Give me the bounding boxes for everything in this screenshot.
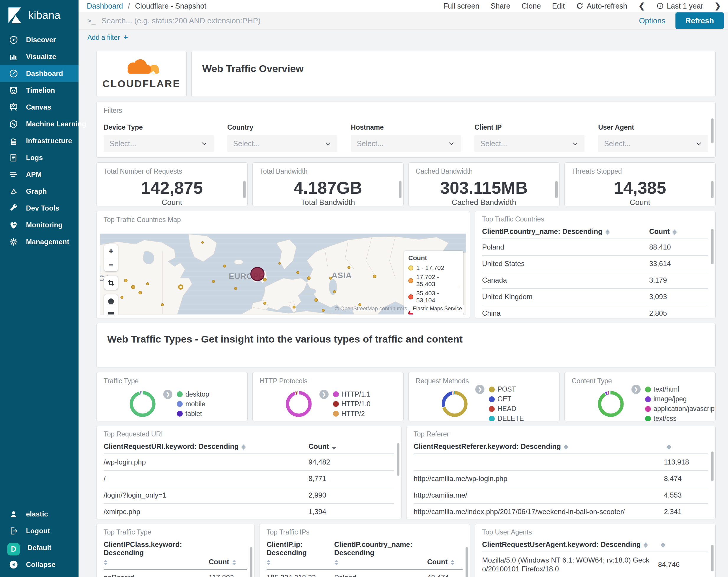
sort-icon[interactable] xyxy=(232,560,236,565)
sort-icon[interactable] xyxy=(667,445,671,450)
time-prev-button[interactable]: ❮ xyxy=(639,1,645,10)
column-header[interactable]: ClientRequestUserAgent.keyword: Descendi… xyxy=(482,541,654,549)
metric-scrollbar[interactable] xyxy=(711,181,713,198)
sort-icon[interactable] xyxy=(334,560,338,565)
referer-scrollbar[interactable] xyxy=(711,452,713,481)
uri-scrollbar[interactable] xyxy=(397,443,399,476)
legend-item-get[interactable]: GET xyxy=(489,394,524,404)
add-filter-link[interactable]: Add a filter + xyxy=(87,33,128,42)
time-next-button[interactable]: ❯ xyxy=(714,1,721,10)
legend-expand-chevron-icon[interactable]: ❯ xyxy=(319,390,329,399)
legend-expand-chevron-icon[interactable]: ❯ xyxy=(475,385,485,394)
sort-icon[interactable] xyxy=(564,445,568,450)
column-header[interactable]: Count xyxy=(649,227,708,236)
legend-item-image-jpeg[interactable]: image/jpeg xyxy=(645,394,716,404)
column-header[interactable] xyxy=(664,445,708,451)
legend-item-delete[interactable]: DELETE xyxy=(489,414,524,421)
map-zoom-in-button[interactable]: + xyxy=(104,244,118,258)
refresh-button[interactable]: Refresh xyxy=(675,12,724,29)
options-link[interactable]: Options xyxy=(639,16,666,25)
sidebar-item-graph[interactable]: Graph xyxy=(0,183,79,200)
legend-expand-chevron-icon[interactable]: ❯ xyxy=(631,385,641,394)
sidebar-item-management[interactable]: Management xyxy=(0,233,79,250)
breadcrumb-dashboard-link[interactable]: Dashboard xyxy=(87,2,123,10)
sidebar-item-discover[interactable]: Discover xyxy=(0,31,79,48)
http-protocols-donut-chart[interactable] xyxy=(283,388,314,419)
legend-item-post[interactable]: POST xyxy=(489,384,524,394)
legend-item-http-2[interactable]: HTTP/2 xyxy=(333,409,370,419)
sort-desc-icon[interactable] xyxy=(332,447,336,450)
traffic-ips-scrollbar[interactable] xyxy=(466,547,468,577)
legend-expand-chevron-icon[interactable]: ❯ xyxy=(163,390,173,399)
sort-icon[interactable] xyxy=(605,229,609,235)
legend-item-text-html[interactable]: text/html xyxy=(645,384,716,394)
filters-scrollbar[interactable] xyxy=(711,119,713,143)
sidebar-item-collapse[interactable]: Collapse xyxy=(0,556,79,573)
clone-menu-item[interactable]: Clone xyxy=(522,2,541,10)
column-header[interactable]: ClientIPClass.keyword: Descending xyxy=(104,541,205,566)
sort-icon[interactable] xyxy=(644,543,648,548)
hostname-select[interactable]: Select... xyxy=(351,135,461,152)
sidebar-item-dashboard[interactable]: Dashboard xyxy=(0,65,79,82)
sidebar-item-default[interactable]: DDefault xyxy=(0,539,79,556)
sort-icon[interactable] xyxy=(673,229,677,235)
sort-icon[interactable] xyxy=(661,543,665,548)
map-draw-rectangle-button[interactable] xyxy=(104,308,118,315)
legend-item-tablet[interactable]: tablet xyxy=(177,409,209,419)
column-header[interactable]: Count xyxy=(209,558,247,566)
column-header[interactable] xyxy=(658,543,708,549)
edit-menu-item[interactable]: Edit xyxy=(552,2,565,10)
column-header[interactable]: Count xyxy=(427,558,463,566)
legend-item-text-css[interactable]: text/css xyxy=(645,414,716,421)
column-header[interactable]: Count xyxy=(309,442,394,451)
legend-item-mobile[interactable]: mobile xyxy=(177,399,209,409)
device-type-select[interactable]: Select... xyxy=(104,135,214,152)
time-range-picker[interactable]: Last 1 year xyxy=(656,2,703,10)
request-methods-donut-chart[interactable] xyxy=(439,388,470,419)
map-bubble-poland[interactable] xyxy=(250,267,264,281)
map-fit-bounds-button[interactable] xyxy=(104,276,118,290)
traffic-type-donut-chart[interactable] xyxy=(127,388,158,419)
sort-icon[interactable] xyxy=(104,560,108,565)
sidebar-item-visualize[interactable]: Visualize xyxy=(0,48,79,65)
metric-scrollbar[interactable] xyxy=(555,181,558,198)
legend-item-head[interactable]: HEAD xyxy=(489,404,524,414)
sort-icon[interactable] xyxy=(450,560,454,565)
sidebar-item-timelion[interactable]: Timelion xyxy=(0,82,79,99)
column-header[interactable]: ClientIP.country_name: Descending xyxy=(334,541,423,566)
traffic-type-scrollbar[interactable] xyxy=(250,547,253,577)
full-screen-menu-item[interactable]: Full screen xyxy=(443,2,479,10)
legend-item-http-1-1[interactable]: HTTP/1.1 xyxy=(333,390,370,399)
map-draw-polygon-button[interactable] xyxy=(104,294,118,308)
sort-icon[interactable] xyxy=(266,560,271,565)
auto-refresh-menu-item[interactable]: Auto-refresh xyxy=(576,2,627,10)
sort-icon[interactable] xyxy=(241,445,245,450)
column-header[interactable]: ClientRequestURI.keyword: Descending xyxy=(104,442,304,451)
column-header[interactable]: ClientRequestReferer.keyword: Descending xyxy=(414,442,660,451)
share-menu-item[interactable]: Share xyxy=(491,2,511,10)
sidebar-item-machine-learning[interactable]: Machine Learning xyxy=(0,116,79,132)
search-input[interactable] xyxy=(102,16,629,25)
user-agent-select[interactable]: Select... xyxy=(598,135,708,152)
map-canvas[interactable]: NORTH AMERICAEUROPEASIA + − xyxy=(100,233,466,315)
legend-item-desktop[interactable]: desktop xyxy=(177,390,209,399)
client-ip-select[interactable]: Select... xyxy=(474,135,584,152)
sidebar-item-logout[interactable]: Logout xyxy=(0,522,79,539)
column-header[interactable]: ClientIP.ip: Descending xyxy=(266,541,330,566)
country-select[interactable]: Select... xyxy=(227,135,337,152)
metric-scrollbar[interactable] xyxy=(243,181,245,198)
content-type-donut-chart[interactable] xyxy=(595,388,626,419)
map-zoom-out-button[interactable]: − xyxy=(104,258,118,271)
column-header[interactable]: ClientIP.country_name: Descending xyxy=(482,227,645,236)
metric-scrollbar[interactable] xyxy=(399,181,401,198)
legend-item-http-1-0[interactable]: HTTP/1.0 xyxy=(333,399,370,409)
sidebar-item-monitoring[interactable]: Monitoring xyxy=(0,217,79,233)
user-agents-scrollbar[interactable] xyxy=(711,545,713,571)
sidebar-item-canvas[interactable]: Canvas xyxy=(0,99,79,116)
countries-scrollbar[interactable] xyxy=(711,229,713,264)
sidebar-item-apm[interactable]: APM xyxy=(0,166,79,183)
sidebar-item-elastic[interactable]: elastic xyxy=(0,505,79,522)
sidebar-item-infrastructure[interactable]: Infrastructure xyxy=(0,132,79,149)
sidebar-item-logs[interactable]: Logs xyxy=(0,149,79,166)
sidebar-item-dev-tools[interactable]: Dev Tools xyxy=(0,200,79,217)
